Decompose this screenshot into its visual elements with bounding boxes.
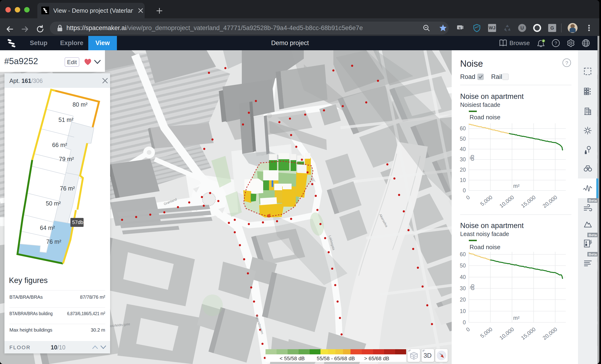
svg-text:0: 0 — [463, 319, 466, 325]
svg-text:Road noise: Road noise — [470, 243, 501, 251]
svg-text:40: 40 — [460, 274, 466, 280]
svg-text:20: 20 — [460, 297, 466, 303]
svg-text:60: 60 — [460, 125, 466, 131]
svg-text:20: 20 — [460, 167, 466, 173]
svg-text:0: 0 — [465, 326, 471, 333]
svg-text:60: 60 — [460, 251, 466, 257]
svg-text:10: 10 — [460, 177, 466, 183]
svg-text:30: 30 — [460, 285, 466, 292]
svg-text:10,000: 10,000 — [498, 326, 515, 341]
svg-text:76 m²: 76 m² — [46, 238, 61, 245]
svg-text:m²: m² — [513, 315, 520, 321]
svg-text:20,000: 20,000 — [541, 194, 558, 209]
svg-text:q: q — [459, 26, 461, 29]
svg-text:50: 50 — [460, 263, 466, 269]
svg-text:50 m²: 50 m² — [46, 200, 61, 207]
svg-text:5,000: 5,000 — [479, 194, 493, 207]
svg-text:40: 40 — [460, 146, 466, 152]
svg-text:0: 0 — [465, 194, 471, 201]
svg-text:66 m²: 66 m² — [52, 142, 67, 148]
svg-text:m²: m² — [513, 183, 520, 189]
svg-text:Road: Road — [460, 73, 475, 80]
svg-text:50: 50 — [460, 136, 466, 142]
svg-text:80 m²: 80 m² — [72, 101, 88, 108]
svg-text:10,000: 10,000 — [498, 194, 515, 209]
svg-text:Rail: Rail — [491, 73, 502, 80]
svg-text:76 m²: 76 m² — [60, 185, 75, 192]
svg-text:57db: 57db — [72, 220, 83, 225]
svg-text:db: db — [469, 284, 475, 290]
svg-text:15,000: 15,000 — [520, 194, 537, 209]
svg-text:15,000: 15,000 — [520, 326, 537, 341]
svg-text:0: 0 — [463, 187, 466, 193]
svg-text:Noise on apartment: Noise on apartment — [460, 92, 524, 101]
svg-text:?: ? — [565, 60, 568, 66]
svg-text:5,000: 5,000 — [479, 326, 493, 339]
svg-text:20,000: 20,000 — [541, 326, 558, 341]
svg-text:Least noisy facade: Least noisy facade — [460, 231, 509, 237]
svg-text:51 m²: 51 m² — [59, 116, 73, 123]
svg-text:Road noise: Road noise — [470, 114, 501, 121]
svg-text:Noise on apartment: Noise on apartment — [460, 222, 524, 230]
svg-text:db: db — [469, 155, 475, 161]
svg-text:30: 30 — [460, 156, 466, 162]
svg-text:Noisiest facade: Noisiest facade — [460, 101, 500, 108]
svg-text:?: ? — [554, 41, 557, 46]
svg-text:79 m²: 79 m² — [59, 156, 74, 162]
svg-text:10: 10 — [460, 308, 466, 314]
svg-text:64 m²: 64 m² — [40, 224, 55, 231]
svg-text:Noise: Noise — [460, 59, 483, 69]
